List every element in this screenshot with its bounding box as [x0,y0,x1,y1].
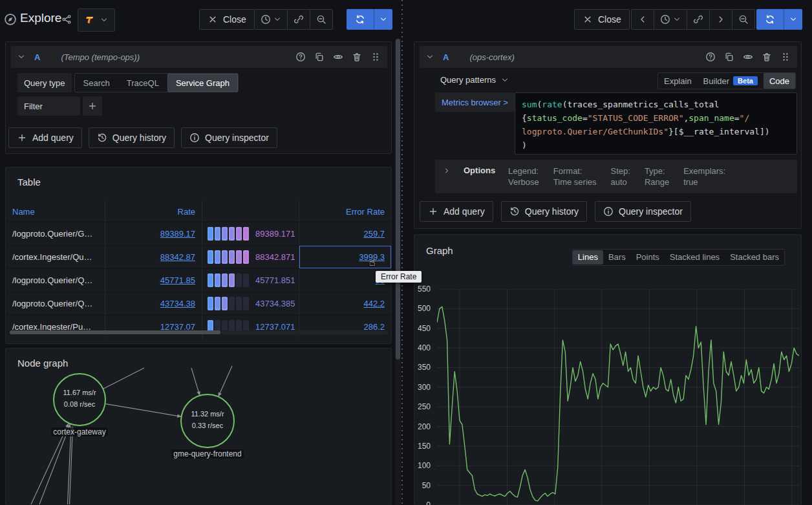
query-type-row: Query type SearchTraceQLService Graph [17,73,239,92]
table-row: /logproto.Querier/G…89389.1789389.171259… [6,222,392,245]
query-type-tabs: SearchTraceQLService Graph [74,73,239,92]
table-header: Name Rate Error Rate [6,201,392,222]
pane-splitter[interactable] [401,0,403,505]
col-header-name[interactable]: Name [6,201,105,222]
cell-gauge: 45771.851 [202,269,299,292]
duplicate-query-icon[interactable] [314,52,325,62]
run-query-button[interactable] [756,9,784,30]
query-row-header[interactable]: A (Tempo (tempo-ops)) [11,46,387,68]
run-query-dropdown[interactable] [784,9,802,30]
add-filter-button[interactable] [83,96,102,116]
rate-link[interactable]: 89389.17 [160,229,195,239]
lcd-gauge [208,274,249,287]
query-history-button[interactable]: Query history [501,201,587,222]
options-items: Legend:VerboseFormat:Time seriesStep:aut… [508,166,725,188]
duplicate-query-icon[interactable] [724,52,734,62]
code-token: logproto.Querier/GetChunkIDs" [522,127,668,136]
link-split-button[interactable] [287,10,310,29]
help-icon[interactable] [295,52,306,62]
graph-mode-bars[interactable]: Bars [603,250,631,264]
collapse-query-icon[interactable] [426,53,434,61]
query-history-button[interactable]: Query history [89,127,175,148]
help-icon[interactable] [705,52,716,62]
shift-time-forward-button[interactable] [709,10,732,29]
add-query-button[interactable]: Add query [8,127,82,148]
time-controls-right [631,9,755,30]
query-inspector-button[interactable]: Query inspector [595,201,691,222]
shift-time-back-button[interactable] [632,10,654,29]
query-type-tab-search[interactable]: Search [75,74,118,92]
graph-mode-stacked-bars[interactable]: Stacked bars [725,250,784,264]
drag-handle-icon[interactable] [370,52,381,62]
close-label: Close [223,14,246,25]
close-split-button-right[interactable]: Close [574,9,630,30]
info-icon [603,206,614,217]
query-inspector-label: Query inspector [619,206,683,217]
code-token: = [582,113,588,123]
query-option: Format:Time series [553,166,597,188]
rate-link[interactable]: 45771.85 [160,275,195,285]
drag-handle-icon[interactable] [780,52,791,62]
service-node-gme-query-frontend[interactable] [181,394,234,447]
time-picker-button[interactable] [654,10,687,29]
rate-link[interactable]: 88342.87 [160,252,195,262]
code-token: ) [522,140,527,150]
query-type-tab-traceql[interactable]: TraceQL [118,74,167,92]
cell-name: /logproto.Querier/Q… [6,292,105,315]
filter-label: Filter [17,96,80,116]
query-patterns-dropdown[interactable]: Query patterns [440,75,509,85]
graph-mode-lines[interactable]: Lines [573,250,603,264]
info-icon [189,133,200,143]
collapse-query-icon[interactable] [17,53,25,61]
error-rate-link[interactable]: 259.7 [363,229,385,239]
col-header-error-rate[interactable]: Error Rate [299,201,391,222]
datasource-picker-left[interactable] [78,8,115,32]
delete-query-icon[interactable] [762,52,772,62]
cell-name: /cortex.Ingester/Qu… [6,246,105,268]
lcd-cell [215,274,220,287]
metrics-browser-button[interactable]: Metrics browser > [435,92,515,112]
share-icon[interactable] [61,14,72,25]
query-type-label: Query type [17,73,72,92]
table-panel-title: Table [17,177,41,188]
query-options-row[interactable]: Options Legend:VerboseFormat:Time series… [435,160,797,193]
chevron-down-icon [789,16,797,23]
graph-mode-stacked-lines[interactable]: Stacked lines [665,250,725,264]
zoom-out-button[interactable] [310,10,332,29]
zoom-out-button[interactable] [732,10,754,29]
query-type-tab-service-graph[interactable]: Service Graph [167,74,238,92]
lcd-cell [208,297,213,310]
delete-query-icon[interactable] [352,52,362,62]
zoom-out-icon [316,14,326,25]
left-pane-scrollbar-thumb[interactable] [396,39,400,360]
tab-builder[interactable]: Builder Beta [698,76,764,86]
chevron-down-icon [673,16,681,23]
col-header-rate[interactable]: Rate [105,201,202,222]
options-chevron-icon [443,167,451,175]
query-row-header[interactable]: A (ops-cortex) [420,46,797,68]
graph-style-tabs: LinesBarsPointsStacked linesStacked bars [572,249,785,266]
rate-link[interactable]: 43734.38 [160,299,195,308]
add-query-button[interactable]: Add query [420,201,493,222]
run-query-button[interactable] [347,9,374,30]
tab-code[interactable]: Code [764,73,795,89]
time-picker-button[interactable] [255,10,287,29]
run-query-dropdown[interactable] [374,9,392,30]
table-hscrollbar-thumb[interactable] [10,330,220,334]
error-rate-link[interactable]: 442.2 [363,299,385,308]
refresh-icon [355,14,365,25]
add-query-label: Add query [32,133,74,143]
query-inspector-button[interactable]: Query inspector [181,127,277,148]
close-split-button-left[interactable]: Close [199,9,255,30]
table-row: /logproto.Querier/Q…43734.3843734.385442… [6,292,392,315]
query-ref: A [443,52,449,62]
link-split-button[interactable] [687,10,709,29]
tab-explain[interactable]: Explain [658,76,698,86]
disable-query-icon[interactable] [743,52,753,62]
time-series-chart[interactable] [437,289,799,505]
graph-mode-points[interactable]: Points [631,250,665,264]
promql-code-editor[interactable]: sum(rate(traces_spanmetrics_calls_total{… [515,92,797,155]
disable-query-icon[interactable] [333,52,343,62]
zoom-out-icon [738,14,749,25]
service-node-cortex-gateway[interactable] [54,374,105,425]
